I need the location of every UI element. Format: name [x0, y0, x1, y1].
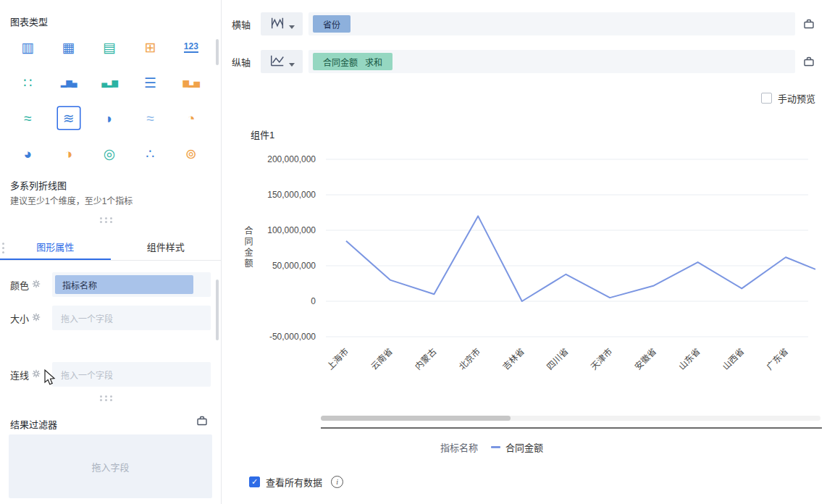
- multi-line-chart-icon: ≋: [58, 107, 80, 129]
- scatter-chart-icon[interactable]: ∴: [130, 141, 170, 166]
- sidebar-scrollbar[interactable]: [216, 39, 219, 65]
- tab-graphic-properties[interactable]: 图形属性: [0, 235, 111, 260]
- stacked-bar-chart-icon[interactable]: ☰: [130, 70, 170, 95]
- sidebar-scrollbar[interactable]: [216, 280, 219, 340]
- donut-chart-icon: ◎: [98, 143, 120, 164]
- color-property-label-wrap: 颜色: [10, 278, 52, 292]
- x-axis-field-strip[interactable]: 省份: [308, 12, 795, 35]
- pin-icon[interactable]: [801, 16, 817, 32]
- legend-item[interactable]: 合同金额: [491, 440, 543, 454]
- y-axis-type-dropdown[interactable]: [261, 50, 303, 73]
- x-axis-category-label: 四川省: [545, 346, 570, 371]
- x-axis-category-label: 山西省: [721, 346, 746, 371]
- section-drag-handle[interactable]: [100, 395, 102, 398]
- chart-type-title: 图表类型: [10, 14, 48, 28]
- rose-chart-icon: ◗: [98, 107, 120, 129]
- y-axis-field-name: 合同金额: [323, 56, 358, 68]
- x-axis-category-label: 北京市: [456, 346, 482, 372]
- cross-table-icon: ▦: [58, 36, 80, 58]
- area-chart-icon: ≈: [17, 107, 38, 129]
- chevron-down-icon: [289, 63, 295, 67]
- color-property-row: 颜色 指标名称: [10, 272, 211, 298]
- donut-chart-icon[interactable]: ◎: [89, 141, 130, 166]
- cross-table-icon[interactable]: ▦: [48, 35, 88, 59]
- card-group-icon[interactable]: ⊞: [130, 35, 170, 59]
- column-chart-icon[interactable]: ▂▆▄: [48, 70, 88, 95]
- chart-legend: 指标名称 合同金额: [222, 440, 762, 454]
- vertical-axis-row: 纵轴 合同金额 求和: [232, 49, 817, 74]
- multi-column-chart-icon: ▄▂▆: [98, 72, 120, 93]
- detail-table-icon[interactable]: ▤: [89, 35, 130, 59]
- result-filter-title: 结果过滤器: [10, 417, 57, 431]
- multi-pie-chart-icon[interactable]: ◑: [48, 141, 88, 166]
- y-axis-icon: [269, 54, 285, 70]
- manual-preview-checkbox[interactable]: [761, 93, 772, 104]
- horizontal-axis-row: 横轴 省份: [232, 12, 817, 36]
- y-axis-field-strip[interactable]: 合同金额 求和: [308, 50, 795, 73]
- chart-horizontal-scrollbar-thumb[interactable]: [321, 416, 511, 421]
- grouped-table-icon[interactable]: ▥: [7, 35, 48, 59]
- x-axis-type-dropdown[interactable]: [261, 12, 303, 35]
- panel-resize-handle[interactable]: [2, 243, 4, 245]
- x-axis-category-label: 广东省: [765, 346, 790, 371]
- gear-icon[interactable]: [32, 280, 41, 290]
- pie-chart-icon[interactable]: ◕: [7, 141, 48, 166]
- info-icon[interactable]: i: [331, 476, 343, 488]
- gauge-chart-icon: ◔: [180, 107, 202, 129]
- y-axis-tick-label: 0: [311, 296, 316, 306]
- legend-group-label: 指标名称: [440, 440, 478, 454]
- line-property-field[interactable]: 拖入一个字段: [52, 362, 211, 387]
- chart-preview-main: 横轴 省份 纵轴 合同金额 求和: [222, 0, 827, 504]
- y-axis-tick-label: 200,000,000: [267, 154, 316, 164]
- section-drag-handle[interactable]: [100, 217, 102, 219]
- rose-chart-icon[interactable]: ◗: [89, 106, 130, 130]
- area-chart-icon[interactable]: ≈: [7, 106, 48, 130]
- manual-preview-label: 手动预览: [778, 91, 815, 105]
- grouped-table-icon: ▥: [17, 36, 38, 58]
- legend-line-swatch: [491, 446, 500, 448]
- scatter-chart-icon: ∴: [139, 143, 161, 164]
- size-property-label-wrap: 大小: [10, 311, 52, 325]
- multi-column-chart-icon[interactable]: ▄▂▆: [89, 70, 130, 95]
- line-chart: 200,000,000150,000,000100,000,00050,000,…: [236, 145, 823, 434]
- gear-icon[interactable]: [32, 369, 41, 380]
- y-axis-tick-label: 50,000,000: [272, 261, 316, 271]
- chart-canvas-area: 组件1 合同金额 200,000,000150,000,000100,000,0…: [222, 109, 827, 504]
- size-field-placeholder: 拖入一个字段: [55, 312, 113, 324]
- kpi-indicator-icon: 123: [184, 42, 198, 53]
- multi-line-chart-icon[interactable]: ≋: [48, 106, 88, 130]
- gauge-chart-icon[interactable]: ◔: [171, 106, 211, 130]
- chart-scroll-axis-line: [321, 427, 822, 429]
- range-area-chart-icon[interactable]: ≈: [130, 106, 170, 130]
- legend-series-label: 合同金额: [505, 440, 543, 454]
- pin-icon[interactable]: [196, 415, 208, 429]
- gear-icon[interactable]: [32, 313, 41, 324]
- chart-config-sidebar: 图表类型 ▥▦▤⊞123∷▂▆▄▄▂▆☰▆▂▅≈≋◗≈◔◕◑◎∴⊚ 多系列折线图…: [0, 0, 222, 504]
- x-axis-category-label: 云南省: [369, 346, 395, 372]
- chevron-down-icon: [289, 25, 295, 29]
- manual-preview-toggle[interactable]: 手动预览: [761, 91, 815, 105]
- tab-component-style[interactable]: 组件样式: [111, 235, 222, 260]
- chart-horizontal-scrollbar: [321, 416, 820, 421]
- multi-pie-chart-icon: ◑: [58, 143, 80, 164]
- combo-chart-icon: ▆▂▅: [180, 72, 202, 93]
- color-property-field[interactable]: 指标名称: [52, 272, 211, 297]
- horizontal-axis-label: 横轴: [232, 17, 255, 31]
- x-axis-field-pill[interactable]: 省份: [313, 15, 350, 33]
- y-axis-field-pill[interactable]: 合同金额 求和: [313, 53, 392, 70]
- bubble-chart-icon[interactable]: ⊚: [171, 141, 211, 166]
- dot-plot-icon[interactable]: ∷: [7, 70, 48, 95]
- kpi-indicator-icon[interactable]: 123: [171, 35, 211, 59]
- color-field-pill[interactable]: 指标名称: [55, 275, 193, 294]
- dot-plot-icon: ∷: [17, 72, 38, 93]
- view-all-data-checkbox[interactable]: ✓: [249, 476, 260, 487]
- line-property-row: 连线 拖入一个字段: [10, 361, 211, 387]
- result-filter-dropzone[interactable]: 拖入字段: [9, 434, 212, 498]
- series-line: [346, 216, 815, 301]
- pin-icon[interactable]: [801, 54, 817, 70]
- x-axis-icon: [269, 17, 285, 32]
- x-axis-category-label: 吉林省: [501, 346, 526, 371]
- size-property-field[interactable]: 拖入一个字段: [52, 306, 211, 330]
- combo-chart-icon[interactable]: ▆▂▅: [171, 70, 211, 95]
- result-filter-placeholder: 拖入字段: [91, 460, 129, 474]
